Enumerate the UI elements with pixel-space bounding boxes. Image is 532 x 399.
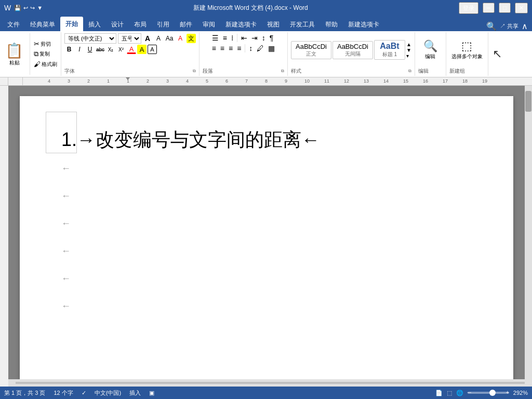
char-border-btn[interactable]: A (148, 45, 157, 54)
tab-insert[interactable]: 插入 (83, 18, 106, 31)
macro-icon[interactable]: ▣ (149, 390, 154, 396)
underline-btn[interactable]: U (85, 45, 95, 54)
font-color-btn[interactable]: A (127, 45, 136, 54)
document-heading[interactable]: 1.→改变编号与文字间的距离← (61, 127, 472, 153)
clear-format-btn[interactable]: A (176, 34, 185, 43)
char-shading-btn[interactable]: 文 (187, 34, 196, 43)
statusbar: 第 1 页，共 3 页 12 个字 ✓ 中文(中国) 插入 ▣ 📄 ⬚ 🌐 ─ … (0, 387, 532, 399)
share-btn[interactable]: ↗ 共享 (500, 22, 518, 30)
undo-quick-btn[interactable]: ↩ (23, 5, 28, 11)
document-area[interactable]: 1.→改变编号与文字间的距离← ← ← ← ← ← (8, 86, 525, 379)
view-web-btn[interactable]: 🌐 (456, 390, 463, 396)
paste-button[interactable]: 📋 粘贴 (2, 41, 26, 68)
styles-more-btn[interactable]: ▾ (406, 53, 411, 59)
justify-btn[interactable]: ≡ (235, 44, 243, 53)
bullets-btn[interactable]: ☰ (210, 33, 220, 43)
increase-indent-btn[interactable]: ⇥ (250, 33, 259, 43)
main-area: 1 2 3 4 5 6 4 3 2 1 1 2 3 (0, 77, 532, 387)
document-title: 新建 Microsoft Word 文档 (4).docx - Word (43, 4, 458, 12)
horizontal-scrollbar[interactable] (8, 379, 532, 387)
insert-mode[interactable]: 插入 (129, 389, 141, 397)
login-button[interactable]: 登录 (459, 2, 478, 14)
show-marks-btn[interactable]: ¶ (268, 33, 275, 43)
language[interactable]: 中文(中国) (95, 389, 121, 397)
tab-view[interactable]: 视图 (262, 18, 285, 31)
zoom-slider[interactable]: ─ + (468, 392, 509, 394)
search-tell-me[interactable]: 🔍 (486, 21, 497, 31)
para-line-6: ← (61, 301, 472, 312)
shading-btn[interactable]: 🖊 (255, 44, 265, 53)
tab-new1[interactable]: 新建选项卡 (220, 18, 262, 31)
font-group-content: 等线 (中文正) 五号 A A Aa A 文 B I U abc X₂ (64, 33, 196, 66)
align-center-btn[interactable]: ≡ (219, 44, 226, 53)
style-heading1[interactable]: AaBt 标题 1 (374, 40, 405, 60)
styles-group-label: 样式 ⧉ (291, 68, 411, 75)
superscript-btn[interactable]: X² (116, 45, 126, 54)
cut-button[interactable]: ✂剪切 (32, 39, 59, 48)
customize-quick-btn[interactable]: ▼ (37, 5, 43, 11)
font-name-select[interactable]: 等线 (中文正) (64, 33, 116, 44)
zoom-minus[interactable]: ─ (468, 390, 471, 395)
minimize-button[interactable]: ─ (483, 3, 495, 13)
font-shrink-btn[interactable]: A (154, 34, 163, 43)
tab-file[interactable]: 文件 (2, 18, 25, 31)
tab-new2[interactable]: 新建选项卡 (343, 18, 384, 31)
styles-down-btn[interactable]: ▼ (406, 47, 411, 53)
change-case-btn[interactable]: Aa (165, 34, 174, 43)
ribbon-group-select: ⬚ 选择多个对象 新建组 (446, 32, 488, 76)
view-normal-btn[interactable]: 📄 (435, 390, 443, 396)
subscript-btn[interactable]: X₂ (106, 45, 115, 54)
spell-check-icon[interactable]: ✓ (82, 390, 86, 396)
para-line-1: ← (61, 163, 472, 174)
style-normal[interactable]: AaBbCcDi 正文 (291, 41, 331, 59)
decrease-indent-btn[interactable]: ⇤ (240, 33, 249, 43)
line-spacing-btn[interactable]: ↕ (247, 44, 254, 53)
select-objects-btn[interactable]: ⬚ 选择多个对象 (449, 38, 485, 61)
sort-btn[interactable]: ↕ (260, 33, 267, 43)
para-expand-btn[interactable]: ⧉ (281, 69, 284, 74)
h-scrollbar-track (16, 382, 525, 384)
align-right-btn[interactable]: ≡ (227, 44, 234, 53)
redo-quick-btn[interactable]: ↪ (30, 5, 35, 11)
vertical-scrollbar[interactable] (525, 86, 532, 379)
copy-button[interactable]: ⧉复制 (32, 49, 59, 59)
select-group-label: 新建组 (449, 68, 485, 75)
restore-button[interactable]: □ (499, 3, 511, 13)
tab-mailings[interactable]: 邮件 (175, 18, 197, 31)
find-replace-btn[interactable]: 🔍 编辑 (421, 38, 440, 61)
tab-review[interactable]: 审阅 (197, 18, 220, 31)
align-left-btn[interactable]: ≡ (210, 44, 218, 53)
styles-up-btn[interactable]: ▲ (406, 42, 411, 47)
tab-home[interactable]: 开始 (60, 17, 83, 31)
styles-expand-btn[interactable]: ⧉ (408, 69, 411, 74)
tab-design[interactable]: 设计 (106, 18, 129, 31)
strikethrough-btn[interactable]: abc (96, 45, 105, 54)
font-grow-btn[interactable]: A (143, 34, 152, 43)
format-painter-button[interactable]: 🖌格式刷 (32, 60, 59, 69)
tab-developer[interactable]: 开发工具 (285, 18, 320, 31)
return-arrow-3: ← (61, 218, 71, 229)
ribbon-collapse-btn[interactable]: ∧ (522, 21, 528, 31)
font-size-select[interactable]: 五号 (118, 33, 141, 44)
word-count: 12 个字 (54, 389, 73, 397)
numbering-btn[interactable]: ≡ (221, 33, 229, 43)
para-line-2: ← (61, 191, 472, 202)
view-layout-btn[interactable]: ⬚ (447, 390, 452, 396)
style-no-spacing[interactable]: AaBbCcDi 无间隔 (332, 41, 373, 59)
tab-references[interactable]: 引用 (152, 18, 175, 31)
highlight-btn[interactable]: A (137, 45, 147, 54)
italic-btn[interactable]: I (75, 45, 84, 54)
border-btn[interactable]: ▦ (267, 44, 276, 53)
zoom-plus[interactable]: + (506, 390, 509, 395)
tab-help[interactable]: 帮助 (320, 18, 343, 31)
multilevel-btn[interactable]: ⁞ (230, 33, 235, 43)
scrollbar-thumb[interactable] (525, 91, 531, 112)
zoom-thumb (489, 390, 496, 396)
tab-classic[interactable]: 经典菜单 (25, 18, 60, 31)
zoom-level[interactable]: 292% (513, 390, 528, 396)
close-button[interactable]: ✕ (515, 3, 528, 14)
font-expand-btn[interactable]: ⧉ (193, 69, 196, 74)
save-quick-btn[interactable]: 💾 (14, 5, 21, 11)
bold-btn[interactable]: B (64, 45, 74, 54)
tab-layout[interactable]: 布局 (129, 18, 152, 31)
